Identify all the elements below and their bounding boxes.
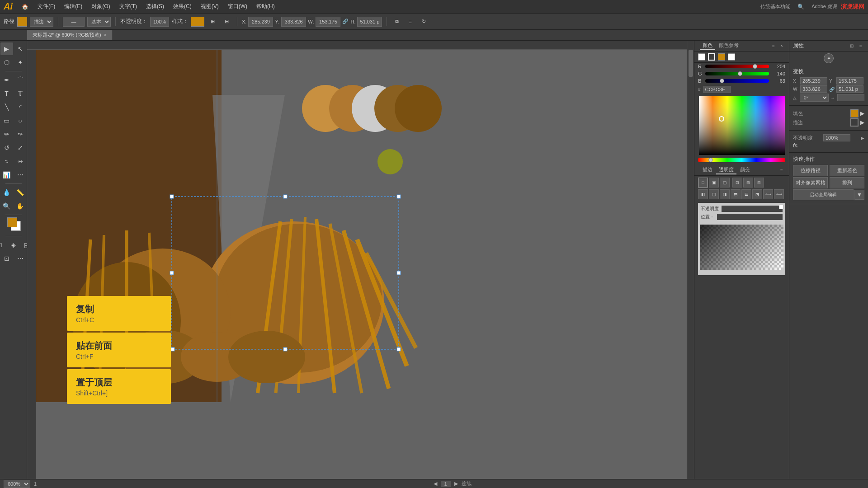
- offset-path-btn[interactable]: 位移路径: [793, 165, 828, 176]
- brush-tool[interactable]: ✏: [0, 128, 13, 141]
- eyedropper-tool[interactable]: 💧: [0, 186, 13, 199]
- warp-tool[interactable]: ≈: [0, 155, 13, 168]
- stroke-selector[interactable]: 描边: [30, 17, 53, 27]
- vertical-scrollbar[interactable]: [687, 41, 694, 481]
- g-slider[interactable]: [705, 72, 769, 75]
- align-mid[interactable]: ⬓: [741, 189, 751, 199]
- stroke-icon[interactable]: [708, 53, 715, 61]
- y-prop[interactable]: [836, 77, 863, 84]
- symbol-tool[interactable]: ⋯: [14, 169, 27, 181]
- prop-settings-icon[interactable]: ≡: [857, 42, 864, 50]
- recolor-btn[interactable]: 重新着色: [830, 165, 864, 176]
- link-icon[interactable]: 🔗: [342, 19, 349, 24]
- context-paste-front[interactable]: 贴在前面 Ctrl+F: [67, 333, 171, 367]
- h-prop[interactable]: [836, 85, 863, 93]
- opacity-expand[interactable]: ▶: [861, 136, 864, 141]
- canvas-area[interactable]: 复制 Ctrl+C 贴在前面 Ctrl+F 置于顶层 Shift+Ctrl+]: [27, 41, 694, 488]
- transparency-tab[interactable]: 透明度: [716, 166, 736, 174]
- stroke-tab[interactable]: 描边: [700, 166, 715, 174]
- pixel-grid-btn[interactable]: 对齐像素网格: [793, 177, 828, 188]
- panel-menu-icon[interactable]: ≡: [770, 42, 777, 50]
- line-tool[interactable]: ╲: [0, 101, 13, 113]
- transform-tab[interactable]: 颜变: [737, 166, 753, 174]
- more-tools[interactable]: ⋯: [14, 252, 27, 265]
- arrange-btn[interactable]: 排列: [830, 177, 864, 188]
- blend-mult[interactable]: ⊡: [732, 178, 742, 188]
- align-top[interactable]: ⬒: [731, 189, 741, 199]
- menu-effect[interactable]: 效果(C): [170, 2, 195, 11]
- global-edit-btn[interactable]: 启动全局编辑: [793, 189, 854, 200]
- active-tab[interactable]: 未标题-2* @ 600% (RGB/预览) ×: [27, 30, 113, 40]
- x-input[interactable]: [248, 17, 273, 27]
- pen-tool[interactable]: ✒: [0, 74, 13, 86]
- grid-icon[interactable]: ⊞: [207, 18, 218, 25]
- hue-slider[interactable]: [698, 158, 785, 162]
- position-bar[interactable]: [717, 214, 783, 220]
- stroke-weight[interactable]: [63, 17, 85, 27]
- stroke-style[interactable]: 基本: [87, 17, 111, 27]
- magic-wand-tool[interactable]: ✦: [14, 56, 27, 69]
- fill-swatch[interactable]: [17, 17, 27, 27]
- align-icon[interactable]: ≡: [405, 18, 415, 25]
- curvature-tool[interactable]: ⌒: [14, 74, 27, 86]
- blend-screen[interactable]: ⊞: [743, 178, 753, 188]
- hand-tool[interactable]: ✋: [14, 200, 27, 212]
- b-slider[interactable]: [705, 79, 769, 83]
- active-color-icon[interactable]: [718, 53, 725, 61]
- width-tool[interactable]: ⇿: [14, 155, 27, 168]
- arrange-icon[interactable]: ⧉: [392, 18, 402, 25]
- menu-edit[interactable]: 编辑(E): [61, 2, 86, 11]
- prop-grid-icon[interactable]: ⊞: [848, 42, 855, 50]
- measure-tool[interactable]: 📏: [14, 186, 27, 199]
- menu-view[interactable]: 视图(V): [197, 2, 222, 11]
- blend-darken[interactable]: ▣: [709, 178, 719, 188]
- lasso-tool[interactable]: ⬡: [0, 56, 13, 69]
- color-tab[interactable]: 颜色: [700, 42, 715, 50]
- blend-lighten[interactable]: ▢: [720, 178, 730, 188]
- vertical-thumb[interactable]: [689, 50, 693, 77]
- w-input[interactable]: [316, 17, 340, 27]
- x-prop[interactable]: [800, 77, 827, 84]
- reflect-input[interactable]: [837, 94, 864, 101]
- stroke-menu-icon[interactable]: ≡: [778, 167, 785, 174]
- context-bring-top[interactable]: 置于顶层 Shift+Ctrl+]: [67, 369, 171, 404]
- menu-help[interactable]: 帮助(H): [253, 2, 278, 11]
- panel-close-icon[interactable]: ×: [778, 42, 785, 50]
- foreground-swatch[interactable]: [7, 217, 17, 227]
- menu-select[interactable]: 选择(S): [142, 2, 168, 11]
- ai-icon[interactable]: ✦: [824, 53, 834, 63]
- link-prop-icon[interactable]: 🔗: [829, 87, 835, 92]
- distribute-h[interactable]: ⟺: [763, 189, 773, 199]
- scale-tool[interactable]: ⤢: [14, 141, 27, 154]
- blend-overlay[interactable]: ⊟: [754, 178, 764, 188]
- fill-icon[interactable]: [698, 53, 705, 61]
- search-icon[interactable]: 🔍: [794, 3, 808, 11]
- vtype-tool[interactable]: 𝕋: [14, 87, 27, 100]
- blend-normal[interactable]: □: [698, 178, 708, 188]
- r-slider[interactable]: [705, 65, 769, 68]
- w-prop[interactable]: [800, 85, 827, 93]
- arc-tool[interactable]: ◜: [14, 101, 27, 113]
- style-swatch[interactable]: [191, 17, 204, 27]
- opacity-prop-input[interactable]: [823, 134, 850, 141]
- tab-close[interactable]: ×: [104, 33, 107, 38]
- opacity-input[interactable]: [150, 17, 169, 27]
- align-right[interactable]: ◨: [720, 189, 730, 199]
- hex-input[interactable]: [703, 86, 731, 93]
- canvas-content[interactable]: 复制 Ctrl+C 贴在前面 Ctrl+F 置于顶层 Shift+Ctrl+]: [36, 50, 687, 481]
- global-edit-dropdown[interactable]: ▼: [854, 190, 864, 200]
- blob-tool[interactable]: ✑: [14, 128, 27, 141]
- white-swatch[interactable]: [728, 53, 735, 61]
- menu-home[interactable]: 🏠: [18, 3, 32, 11]
- color-picker[interactable]: [699, 96, 785, 155]
- h-input[interactable]: [357, 17, 382, 27]
- fill-color-swatch[interactable]: [850, 109, 859, 117]
- menu-file[interactable]: 文件(F): [34, 2, 59, 11]
- menu-object[interactable]: 对象(O): [88, 2, 113, 11]
- rotate-icon[interactable]: ↻: [418, 18, 429, 25]
- y-input[interactable]: [281, 17, 306, 27]
- stroke-mode-btn[interactable]: ◈: [7, 239, 20, 251]
- stroke-expand-icon[interactable]: ▶: [860, 119, 864, 126]
- gradient-close[interactable]: [779, 205, 783, 209]
- direct-select-tool[interactable]: ↖: [14, 42, 27, 55]
